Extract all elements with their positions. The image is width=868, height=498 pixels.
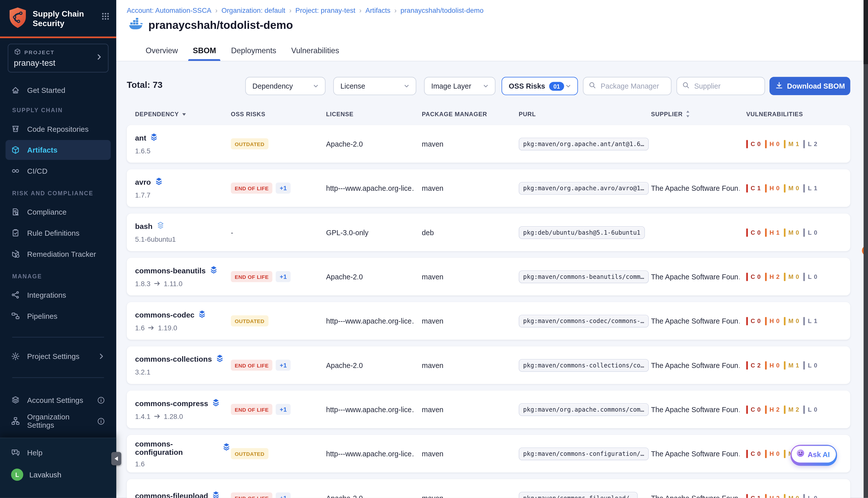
sidebar-item-account-settings[interactable]: Account Settings bbox=[5, 390, 111, 410]
info-icon[interactable] bbox=[97, 417, 105, 425]
dependency-name: commons-configuration bbox=[135, 440, 219, 456]
sidebar-item-pipelines[interactable]: Pipelines bbox=[5, 306, 111, 326]
layers-filled-icon bbox=[154, 177, 163, 187]
purl-cell: pkg:maven/org.apache.commons/com… bbox=[519, 391, 651, 428]
table-row-bash[interactable]: bash5.1-6ubuntu1-GPL-3.0-onlydebpkg:deb/… bbox=[127, 214, 851, 251]
purl-cell: pkg:maven/org.apache.avro/avro@1… bbox=[519, 169, 651, 207]
breadcrumb-link[interactable]: Organization: default bbox=[221, 6, 285, 14]
purl-chip: pkg:maven/org.apache.avro/avro@1… bbox=[519, 182, 648, 195]
sidebar-item-get-started[interactable]: Get Started bbox=[5, 80, 111, 100]
filter-dropdown-oss-risks[interactable]: OSS Risks01 bbox=[502, 77, 578, 95]
risk-badge-more: +1 bbox=[276, 183, 290, 194]
column-header-purl: PURL bbox=[519, 110, 651, 118]
sidebar-collapse-handle[interactable] bbox=[111, 452, 121, 466]
license-cell: GPL-3.0-only bbox=[326, 214, 422, 251]
sidebar-item-project-settings[interactable]: Project Settings bbox=[5, 346, 111, 366]
search-icon bbox=[682, 81, 690, 91]
dependency-cell: bash5.1-6ubuntu1 bbox=[127, 214, 231, 251]
filter-dropdown-license[interactable]: License bbox=[333, 77, 416, 95]
sidebar-item-artifacts[interactable]: Artifacts bbox=[5, 140, 111, 160]
sidebar-header: Supply Chain Security bbox=[0, 0, 116, 38]
sidebar-item-label: Rule Definitions bbox=[27, 229, 79, 237]
sidebar-item-compliance[interactable]: Compliance bbox=[5, 202, 111, 222]
sidebar-item-ci-cd[interactable]: CI/CD bbox=[5, 161, 111, 181]
risk-badge-outdated: OUTDATED bbox=[231, 448, 268, 459]
search-input-package-manager[interactable] bbox=[599, 81, 666, 91]
scrollbar-thumb[interactable] bbox=[864, 0, 868, 64]
table-row-commons-configuration[interactable]: commons-configuration1.6OUTDATEDhttp---w… bbox=[127, 435, 851, 472]
chevron-right-icon bbox=[95, 53, 103, 63]
download-icon bbox=[775, 81, 783, 91]
tab-sbom[interactable]: SBOM bbox=[192, 40, 217, 61]
vulnerabilities-cell: C2H0M1L0 bbox=[746, 346, 850, 384]
filter-dropdown-image-layer[interactable]: Image Layer bbox=[424, 77, 495, 95]
package-manager-cell: maven bbox=[422, 258, 519, 296]
tab-vulnerabilities[interactable]: Vulnerabilities bbox=[290, 40, 340, 61]
chevron-down-icon bbox=[482, 82, 490, 90]
vuln-count-medium: M1 bbox=[784, 140, 799, 148]
sidebar-item-help[interactable]: Help bbox=[5, 443, 111, 462]
avatar: L bbox=[11, 469, 23, 481]
sidebar-item-integrations[interactable]: Integrations bbox=[5, 285, 111, 305]
dependency-cell: commons-compress1.4.11.28.0 bbox=[127, 391, 231, 428]
table-row-commons-collections[interactable]: commons-collections3.2.1END OF LIFE+1Apa… bbox=[127, 346, 851, 384]
dependency-version: 1.7.7 bbox=[135, 192, 151, 199]
sidebar-item-rule-definitions[interactable]: Rule Definitions bbox=[5, 223, 111, 243]
breadcrumb-link[interactable]: Account: Automation-SSCA bbox=[127, 6, 211, 14]
help-chat-icon bbox=[11, 448, 20, 457]
sidebar-item-label: Help bbox=[27, 448, 42, 457]
ask-ai-face-icon bbox=[796, 449, 805, 460]
filter-dropdown-dependency[interactable]: Dependency bbox=[245, 77, 325, 95]
risk-badge-eol: END OF LIFE bbox=[231, 271, 272, 282]
project-selector[interactable]: PROJECT pranay-test bbox=[8, 44, 108, 73]
vuln-count-high: H2 bbox=[765, 494, 779, 498]
table-header-row: DEPENDENCYOSS RISKSLICENSEPACKAGE MANAGE… bbox=[127, 110, 851, 118]
sidebar-item-organization-settings[interactable]: Organization Settings bbox=[5, 411, 111, 431]
breadcrumb-link[interactable]: Artifacts bbox=[365, 6, 391, 14]
ask-ai-button[interactable]: Ask AI bbox=[790, 445, 837, 466]
sidebar-item-code-repositories[interactable]: Code Repositories bbox=[5, 119, 111, 139]
toolbar: Total: 73 DependencyLicenseImage LayerOS… bbox=[116, 77, 868, 95]
vulnerabilities-cell: C0H0M0L1 bbox=[746, 302, 850, 340]
sidebar-item-label: Remediation Tracker bbox=[27, 250, 96, 258]
dependency-version: 1.6.5 bbox=[135, 147, 151, 155]
table-row-ant[interactable]: ant1.6.5OUTDATEDApache-2.0mavenpkg:maven… bbox=[127, 125, 851, 163]
tab-deployments[interactable]: Deployments bbox=[230, 40, 277, 61]
vuln-count-high: H1 bbox=[765, 228, 779, 236]
table-row-commons-fileupload[interactable]: commons-fileuploadEND OF LIFE+1Apache-2.… bbox=[127, 479, 851, 498]
purl-cell: pkg:maven/commons-fileupload/… bbox=[519, 479, 651, 498]
info-icon[interactable] bbox=[97, 396, 105, 404]
vuln-count-high: H2 bbox=[765, 405, 779, 414]
sidebar-item-remediation-tracker[interactable]: Remediation Tracker bbox=[5, 244, 111, 264]
layers-filled-icon bbox=[211, 491, 220, 498]
download-sbom-button[interactable]: Download SBOM bbox=[769, 77, 851, 95]
oss-risks-cell: OUTDATED bbox=[231, 435, 326, 472]
vuln-count-medium: M0 bbox=[784, 228, 799, 236]
risk-badge-more: +1 bbox=[276, 493, 290, 498]
vuln-count-high: H0 bbox=[765, 140, 779, 148]
user-menu[interactable]: L Lavakush bbox=[5, 463, 111, 486]
search-input-supplier[interactable] bbox=[693, 81, 760, 91]
sidebar-item-label: CI/CD bbox=[27, 167, 48, 175]
filter-label: License bbox=[340, 82, 365, 90]
layers-filled-icon bbox=[209, 265, 218, 276]
column-header-dependency[interactable]: DEPENDENCY bbox=[127, 110, 231, 118]
package-manager-cell: deb bbox=[422, 214, 519, 251]
layers-filled-icon bbox=[211, 398, 220, 409]
supplier-cell bbox=[651, 125, 746, 163]
module-grid-icon[interactable] bbox=[101, 12, 109, 23]
scrollbar-track[interactable] bbox=[864, 0, 868, 498]
table-row-avro[interactable]: avro1.7.7END OF LIFE+1http---www.apache.… bbox=[127, 169, 851, 207]
table-row-commons-compress[interactable]: commons-compress1.4.11.28.0END OF LIFE+1… bbox=[127, 391, 851, 428]
table-row-commons-codec[interactable]: commons-codec1.61.19.0OUTDATEDhttp---www… bbox=[127, 302, 851, 340]
tab-overview[interactable]: Overview bbox=[144, 40, 179, 61]
breadcrumb-separator: › bbox=[289, 6, 292, 14]
column-header-supplier[interactable]: SUPPLIER bbox=[651, 110, 746, 118]
oss-risks-cell: OUTDATED bbox=[231, 125, 326, 163]
breadcrumb-link[interactable]: pranaycshah/todolist-demo bbox=[401, 6, 484, 14]
table-row-commons-beanutils[interactable]: commons-beanutils1.8.31.11.0END OF LIFE+… bbox=[127, 258, 851, 296]
sidebar-item-label: Account Settings bbox=[27, 396, 83, 404]
breadcrumb-separator: › bbox=[394, 6, 397, 14]
breadcrumb-link[interactable]: Project: pranay-test bbox=[295, 6, 355, 14]
chevron-down-icon bbox=[312, 82, 320, 90]
